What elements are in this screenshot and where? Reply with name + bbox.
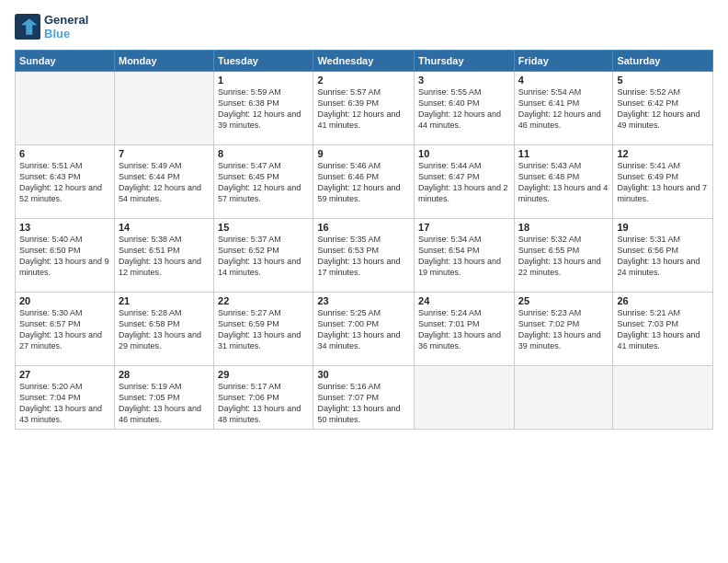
day-cell: 24Sunrise: 5:24 AM Sunset: 7:01 PM Dayli… — [415, 293, 515, 366]
day-number: 23 — [317, 295, 410, 306]
day-cell: 20Sunrise: 5:30 AM Sunset: 6:57 PM Dayli… — [16, 293, 115, 366]
day-info: Sunrise: 5:49 AM Sunset: 6:44 PM Dayligh… — [119, 160, 210, 205]
day-info: Sunrise: 5:19 AM Sunset: 7:05 PM Dayligh… — [119, 381, 210, 426]
day-number: 29 — [218, 369, 309, 380]
day-cell: 30Sunrise: 5:16 AM Sunset: 7:07 PM Dayli… — [313, 366, 415, 430]
day-cell: 10Sunrise: 5:44 AM Sunset: 6:47 PM Dayli… — [415, 145, 515, 219]
day-number: 21 — [119, 295, 210, 306]
week-row-4: 20Sunrise: 5:30 AM Sunset: 6:57 PM Dayli… — [16, 293, 713, 366]
day-info: Sunrise: 5:23 AM Sunset: 7:02 PM Dayligh… — [518, 307, 609, 352]
day-cell: 27Sunrise: 5:20 AM Sunset: 7:04 PM Dayli… — [16, 366, 115, 430]
day-number: 4 — [518, 75, 609, 86]
day-info: Sunrise: 5:52 AM Sunset: 6:42 PM Dayligh… — [617, 86, 709, 132]
day-number: 19 — [617, 222, 709, 233]
day-cell: 13Sunrise: 5:40 AM Sunset: 6:50 PM Dayli… — [16, 219, 115, 293]
day-info: Sunrise: 5:28 AM Sunset: 6:58 PM Dayligh… — [119, 307, 210, 352]
day-info: Sunrise: 5:27 AM Sunset: 6:59 PM Dayligh… — [218, 307, 309, 352]
day-info: Sunrise: 5:16 AM Sunset: 7:07 PM Dayligh… — [317, 381, 410, 426]
weekday-header-wednesday: Wednesday — [313, 51, 415, 72]
day-cell — [613, 366, 713, 430]
day-cell — [16, 72, 115, 145]
day-info: Sunrise: 5:24 AM Sunset: 7:01 PM Dayligh… — [418, 307, 510, 352]
day-number: 8 — [218, 148, 309, 159]
day-info: Sunrise: 5:20 AM Sunset: 7:04 PM Dayligh… — [19, 381, 110, 426]
week-row-1: 1Sunrise: 5:59 AM Sunset: 6:38 PM Daylig… — [16, 72, 713, 145]
day-number: 22 — [218, 295, 309, 306]
day-number: 5 — [617, 75, 709, 86]
day-number: 28 — [119, 369, 210, 380]
day-cell: 4Sunrise: 5:54 AM Sunset: 6:41 PM Daylig… — [514, 72, 613, 145]
day-info: Sunrise: 5:40 AM Sunset: 6:50 PM Dayligh… — [19, 234, 110, 279]
day-number: 3 — [418, 75, 510, 86]
day-info: Sunrise: 5:31 AM Sunset: 6:56 PM Dayligh… — [617, 234, 709, 279]
day-cell: 6Sunrise: 5:51 AM Sunset: 6:43 PM Daylig… — [16, 145, 115, 219]
day-number: 14 — [119, 222, 210, 233]
day-number: 2 — [317, 75, 410, 86]
day-cell: 1Sunrise: 5:59 AM Sunset: 6:38 PM Daylig… — [214, 72, 313, 145]
day-cell: 3Sunrise: 5:55 AM Sunset: 6:40 PM Daylig… — [415, 72, 515, 145]
day-cell — [114, 72, 213, 145]
day-number: 1 — [218, 75, 309, 86]
day-number: 6 — [19, 148, 110, 159]
day-cell — [415, 366, 515, 430]
day-info: Sunrise: 5:21 AM Sunset: 7:03 PM Dayligh… — [617, 307, 709, 352]
day-cell: 9Sunrise: 5:46 AM Sunset: 6:46 PM Daylig… — [313, 145, 415, 219]
day-number: 15 — [218, 222, 309, 233]
day-cell: 16Sunrise: 5:35 AM Sunset: 6:53 PM Dayli… — [313, 219, 415, 293]
logo: General Blue — [15, 13, 88, 40]
day-info: Sunrise: 5:37 AM Sunset: 6:52 PM Dayligh… — [218, 234, 309, 279]
day-number: 10 — [418, 148, 510, 159]
day-cell: 23Sunrise: 5:25 AM Sunset: 7:00 PM Dayli… — [313, 293, 415, 366]
day-info: Sunrise: 5:17 AM Sunset: 7:06 PM Dayligh… — [218, 381, 309, 426]
day-info: Sunrise: 5:57 AM Sunset: 6:39 PM Dayligh… — [317, 86, 410, 132]
day-cell: 29Sunrise: 5:17 AM Sunset: 7:06 PM Dayli… — [214, 366, 313, 430]
logo-text: General Blue — [44, 13, 88, 40]
day-info: Sunrise: 5:47 AM Sunset: 6:45 PM Dayligh… — [218, 160, 309, 205]
day-number: 12 — [617, 148, 709, 159]
day-info: Sunrise: 5:25 AM Sunset: 7:00 PM Dayligh… — [317, 307, 410, 352]
day-cell: 18Sunrise: 5:32 AM Sunset: 6:55 PM Dayli… — [514, 219, 613, 293]
day-number: 24 — [418, 295, 510, 306]
weekday-header-saturday: Saturday — [613, 51, 713, 72]
day-cell: 28Sunrise: 5:19 AM Sunset: 7:05 PM Dayli… — [114, 366, 213, 430]
logo-icon — [15, 14, 40, 40]
calendar-table: SundayMondayTuesdayWednesdayThursdayFrid… — [15, 50, 713, 430]
day-cell: 14Sunrise: 5:38 AM Sunset: 6:51 PM Dayli… — [114, 219, 213, 293]
week-row-5: 27Sunrise: 5:20 AM Sunset: 7:04 PM Dayli… — [16, 366, 713, 430]
day-number: 26 — [617, 295, 709, 306]
day-number: 16 — [317, 222, 410, 233]
day-number: 20 — [19, 295, 110, 306]
day-cell: 25Sunrise: 5:23 AM Sunset: 7:02 PM Dayli… — [514, 293, 613, 366]
day-cell: 12Sunrise: 5:41 AM Sunset: 6:49 PM Dayli… — [613, 145, 713, 219]
weekday-header-row: SundayMondayTuesdayWednesdayThursdayFrid… — [16, 51, 713, 72]
day-info: Sunrise: 5:41 AM Sunset: 6:49 PM Dayligh… — [617, 160, 709, 205]
day-cell — [514, 366, 613, 430]
weekday-header-monday: Monday — [114, 51, 213, 72]
day-number: 18 — [518, 222, 609, 233]
page: General Blue SundayMondayTuesdayWednesda… — [0, 0, 728, 563]
day-cell: 11Sunrise: 5:43 AM Sunset: 6:48 PM Dayli… — [514, 145, 613, 219]
day-info: Sunrise: 5:46 AM Sunset: 6:46 PM Dayligh… — [317, 160, 410, 205]
day-cell: 8Sunrise: 5:47 AM Sunset: 6:45 PM Daylig… — [214, 145, 313, 219]
header: General Blue — [15, 13, 713, 40]
day-info: Sunrise: 5:51 AM Sunset: 6:43 PM Dayligh… — [19, 160, 110, 205]
day-number: 13 — [19, 222, 110, 233]
day-cell: 21Sunrise: 5:28 AM Sunset: 6:58 PM Dayli… — [114, 293, 213, 366]
day-info: Sunrise: 5:30 AM Sunset: 6:57 PM Dayligh… — [19, 307, 110, 352]
day-info: Sunrise: 5:59 AM Sunset: 6:38 PM Dayligh… — [218, 86, 309, 132]
weekday-header-friday: Friday — [514, 51, 613, 72]
week-row-3: 13Sunrise: 5:40 AM Sunset: 6:50 PM Dayli… — [16, 219, 713, 293]
day-info: Sunrise: 5:54 AM Sunset: 6:41 PM Dayligh… — [518, 86, 609, 132]
day-cell: 2Sunrise: 5:57 AM Sunset: 6:39 PM Daylig… — [313, 72, 415, 145]
day-number: 25 — [518, 295, 609, 306]
day-number: 9 — [317, 148, 410, 159]
day-cell: 7Sunrise: 5:49 AM Sunset: 6:44 PM Daylig… — [114, 145, 213, 219]
day-info: Sunrise: 5:55 AM Sunset: 6:40 PM Dayligh… — [418, 86, 510, 132]
day-number: 7 — [119, 148, 210, 159]
weekday-header-sunday: Sunday — [16, 51, 115, 72]
week-row-2: 6Sunrise: 5:51 AM Sunset: 6:43 PM Daylig… — [16, 145, 713, 219]
day-cell: 17Sunrise: 5:34 AM Sunset: 6:54 PM Dayli… — [415, 219, 515, 293]
weekday-header-thursday: Thursday — [415, 51, 515, 72]
day-cell: 5Sunrise: 5:52 AM Sunset: 6:42 PM Daylig… — [613, 72, 713, 145]
day-info: Sunrise: 5:43 AM Sunset: 6:48 PM Dayligh… — [518, 160, 609, 205]
